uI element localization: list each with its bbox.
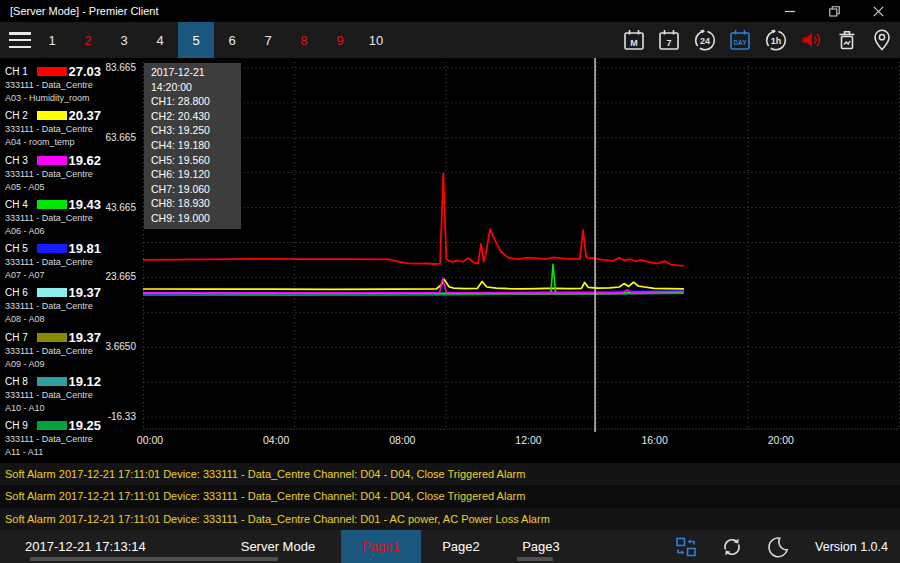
channel-color-swatch [37, 421, 67, 430]
series-ch2 [143, 279, 684, 289]
view-tab-4[interactable]: 4 [142, 22, 178, 58]
view-tab-5[interactable]: 5 [178, 22, 214, 58]
channel-point: A05 - A05 [5, 181, 103, 194]
channel-device: 333111 - Data_Centre [5, 345, 103, 358]
tooltip-value: CH5: 19.560 [151, 153, 241, 168]
title-bar: [Server Mode] - Premier Client [0, 0, 900, 22]
view-tab-1[interactable]: 1 [34, 22, 70, 58]
channel-value: 19.25 [68, 418, 101, 433]
channel-point: A03 - Humidity_room [5, 92, 103, 105]
server-mode-label: Server Mode [241, 539, 315, 554]
view-tab-7[interactable]: 7 [250, 22, 286, 58]
status-time: 2017-12-21 17:13:14 [25, 539, 146, 554]
close-icon[interactable] [856, 0, 900, 22]
channel-item-ch6[interactable]: CH 6 19.37 333111 - Data_Centre A08 - A0… [5, 285, 103, 329]
channel-value: 19.12 [68, 374, 101, 389]
channel-value: 19.43 [68, 197, 101, 212]
24h-view-icon[interactable]: 24 [692, 27, 718, 53]
channel-color-swatch [37, 111, 67, 120]
alarm-row[interactable]: Soft Alarm 2017-12-21 17:11:01 Device: 3… [0, 463, 900, 485]
alarm-row[interactable]: Soft Alarm 2017-12-21 17:11:01 Device: 3… [0, 485, 900, 507]
channel-device: 333111 - Data_Centre [5, 123, 103, 136]
horizontal-scrollbar-thumb2[interactable] [517, 557, 553, 561]
svg-text:1h: 1h [770, 36, 781, 46]
view-tab-10[interactable]: 10 [358, 22, 394, 58]
channel-device: 333111 - Data_Centre [5, 168, 103, 181]
channel-item-ch4[interactable]: CH 4 19.43 333111 - Data_Centre A06 - A0… [5, 197, 103, 241]
channel-point: A07 - A07 [5, 269, 103, 282]
channel-point: A11 - A11 [5, 446, 103, 459]
y-tick-label: 83.665 [100, 62, 136, 73]
day-view-icon[interactable]: DAY [727, 27, 753, 53]
view-tab-9[interactable]: 9 [322, 22, 358, 58]
channel-value: 19.37 [68, 330, 101, 345]
y-axis-labels: 83.66563.66543.66523.6653.6650-16.33 [100, 58, 138, 463]
clear-alarms-icon[interactable] [834, 27, 860, 53]
toolbar-icons: M 7 24 DAY 1h [621, 22, 896, 58]
view-tab-6[interactable]: 6 [214, 22, 250, 58]
tooltip-timestamp: 2017-12-21 14:20:00 [151, 65, 241, 94]
channel-item-ch7[interactable]: CH 7 19.37 333111 - Data_Centre A09 - A0… [5, 330, 103, 374]
tooltip-value: CH3: 19.250 [151, 123, 241, 138]
view-tab-3[interactable]: 3 [106, 22, 142, 58]
channel-item-ch1[interactable]: CH 1 27.03 333111 - Data_Centre A03 - Hu… [5, 64, 103, 108]
channel-point: A09 - A09 [5, 358, 103, 371]
channel-item-ch9[interactable]: CH 9 19.25 333111 - Data_Centre A11 - A1… [5, 418, 103, 462]
tooltip-value: CH1: 28.800 [151, 94, 241, 109]
svg-text:7: 7 [666, 38, 671, 48]
tooltip-value: CH9: 19.000 [151, 211, 241, 226]
page-tab-page2[interactable]: Page2 [421, 530, 501, 563]
channel-id: CH 8 [5, 376, 35, 387]
alarm-list: Soft Alarm 2017-12-21 17:11:01 Device: 3… [0, 463, 900, 530]
view-tab-2[interactable]: 2 [70, 22, 106, 58]
app-window: [Server Mode] - Premier Client 123456789… [0, 0, 900, 563]
sync-icon[interactable] [720, 535, 744, 559]
1h-view-icon[interactable]: 1h [763, 27, 789, 53]
version-label: Version 1.0.4 [815, 540, 888, 554]
channel-color-swatch [37, 333, 67, 342]
y-tick-label: 43.665 [100, 202, 136, 213]
window-title: [Server Mode] - Premier Client [10, 5, 159, 17]
channel-color-swatch [37, 156, 67, 165]
y-tick-label: 63.665 [100, 132, 136, 143]
channel-device: 333111 - Data_Centre [5, 212, 103, 225]
tooltip-value: CH7: 19.060 [151, 182, 241, 197]
restore-icon[interactable] [812, 0, 856, 22]
channel-id: CH 9 [5, 420, 35, 431]
channel-point: A08 - A08 [5, 313, 103, 326]
cursor-tooltip: 2017-12-21 14:20:00CH1: 28.800CH2: 20.43… [144, 63, 241, 229]
channel-id: CH 5 [5, 243, 35, 254]
channel-item-ch5[interactable]: CH 5 19.81 333111 - Data_Centre A07 - A0… [5, 241, 103, 285]
location-icon[interactable] [869, 27, 895, 53]
x-tick-label: 12:00 [512, 434, 546, 446]
week-calendar-icon[interactable]: 7 [656, 27, 682, 53]
channel-value: 27.03 [68, 64, 101, 79]
trend-chart[interactable] [143, 58, 900, 432]
x-tick-label: 00:00 [133, 434, 167, 446]
channel-color-swatch [37, 288, 67, 297]
page-tab-page1[interactable]: Page1 [341, 530, 421, 563]
tooltip-value: CH8: 18.930 [151, 196, 241, 211]
channel-value: 20.37 [68, 108, 101, 123]
horizontal-scrollbar-thumb[interactable] [30, 557, 278, 561]
y-tick-label: 23.665 [100, 271, 136, 282]
channel-value: 19.81 [68, 241, 101, 256]
night-mode-icon[interactable] [766, 535, 790, 559]
view-tab-8[interactable]: 8 [286, 22, 322, 58]
layout-switch-icon[interactable] [674, 535, 698, 559]
channel-device: 333111 - Data_Centre [5, 433, 103, 446]
channel-device: 333111 - Data_Centre [5, 300, 103, 313]
alarm-sound-icon[interactable] [798, 27, 824, 53]
channel-item-ch2[interactable]: CH 2 20.37 333111 - Data_Centre A04 - ro… [5, 108, 103, 152]
view-tabs: 12345678910 [34, 22, 394, 58]
month-calendar-icon[interactable]: M [621, 27, 647, 53]
minimize-icon[interactable] [768, 0, 812, 22]
window-controls [768, 0, 900, 22]
channel-item-ch3[interactable]: CH 3 19.62 333111 - Data_Centre A05 - A0… [5, 153, 103, 197]
channel-id: CH 3 [5, 155, 35, 166]
channel-point: A10 - A10 [5, 402, 103, 415]
channel-item-ch8[interactable]: CH 8 19.12 333111 - Data_Centre A10 - A1… [5, 374, 103, 418]
alarm-row[interactable]: Soft Alarm 2017-12-21 17:11:01 Device: 3… [0, 508, 900, 530]
channel-id: CH 1 [5, 66, 35, 77]
menu-icon[interactable] [9, 30, 33, 50]
